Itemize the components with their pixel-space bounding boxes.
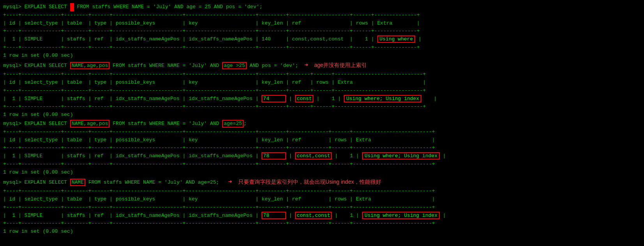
- block4-header: | id | select_type | table | type | poss…: [3, 195, 641, 204]
- block1-divider-top: +----+-------------+--------+------+----…: [3, 11, 641, 19]
- block1-divider-bot: +----+-------------+--------+------+----…: [3, 44, 641, 52]
- block2-extra: Using where; Using index: [344, 95, 421, 102]
- block2-ref: const: [295, 95, 313, 102]
- block2-footer: 1 row in set (0.00 sec): [3, 111, 641, 119]
- block3-extra: Using where; Using index: [362, 152, 440, 160]
- block3-select-highlight: NAME,age,pos: [70, 120, 110, 128]
- block3-age-highlight: age=25: [222, 120, 244, 128]
- block4-row: | 1 | SIMPLE | staffs | ref | idx_staffs…: [3, 212, 641, 220]
- block3-ref: const,const: [295, 152, 332, 160]
- block3-divider-top: +----+-------------+--------+------+----…: [3, 128, 641, 136]
- block3-divider-mid: +----+-------------+--------+------+----…: [3, 144, 641, 152]
- block4-select-highlight: NAME: [70, 179, 85, 186]
- block1-extra-highlight: Using where: [377, 35, 416, 43]
- block2-annotation: age并没有使用上索引: [314, 62, 367, 68]
- block1: mysql> EXPLAIN SELECT * FROM staffs WHER…: [3, 3, 641, 60]
- block3-footer: 1 row in set (0.00 sec): [3, 169, 641, 177]
- block3-header: | id | select_type | table | type | poss…: [3, 136, 641, 144]
- block4-divider-mid: +----+-------------+--------+------+----…: [3, 204, 641, 212]
- block4-keylen: 78: [262, 212, 286, 219]
- block1-footer: 1 row in set (0.00 sec): [3, 52, 641, 60]
- block1-command: mysql> EXPLAIN SELECT * FROM staffs WHER…: [3, 3, 641, 11]
- block2-age-highlight: age >25: [222, 62, 247, 70]
- block1-header: | id | select_type | table | type | poss…: [3, 19, 641, 28]
- block1-row: | 1 | SIMPLE | staffs | ref | idx_staffs…: [3, 35, 641, 44]
- block1-divider-mid: +----+-------------+--------+------+----…: [3, 27, 641, 35]
- block4-ref: const,const: [295, 212, 332, 219]
- terminal: mysql> EXPLAIN SELECT * FROM staffs WHER…: [3, 3, 641, 236]
- block3-row: | 1 | SIMPLE | staffs | ref | idx_staffs…: [3, 152, 641, 160]
- block2-header: | id | select_type | table | type | poss…: [3, 79, 641, 87]
- star-cursor: *: [70, 3, 74, 11]
- block2-divider-mid: +----+-------------+--------+------+----…: [3, 87, 641, 95]
- block3-command: mysql> EXPLAIN SELECT NAME,age,pos FROM …: [3, 120, 641, 128]
- block2-select-highlight: NAME,age,pos: [70, 62, 110, 70]
- block2: mysql> EXPLAIN SELECT NAME,age,pos FROM …: [3, 61, 641, 119]
- block2-command: mysql> EXPLAIN SELECT NAME,age,pos FROM …: [3, 61, 641, 71]
- block2-keylen: 74: [262, 95, 286, 102]
- block3-divider-bot: +----+-------------+--------+------+----…: [3, 160, 641, 169]
- block2-divider-top: +----+-------------+--------+------+----…: [3, 70, 641, 79]
- block2-arrow: ➜: [304, 62, 308, 69]
- block4-footer: 1 row in set (0.00 sec): [3, 228, 641, 236]
- block2-divider-bot: +----+-------------+--------+------+----…: [3, 103, 641, 111]
- block4-extra: Using where; Using index: [362, 212, 440, 219]
- block4-command: mysql> EXPLAIN SELECT NAME FROM staffs W…: [3, 177, 641, 188]
- block4-annotation: 只要查询字段是索引列中，就会出现Using index，性能很好: [238, 179, 381, 185]
- block2-row: | 1 | SIMPLE | staffs | ref | idx_staffs…: [3, 95, 641, 103]
- block3-keylen: 78: [262, 152, 286, 160]
- block3: mysql> EXPLAIN SELECT NAME,age,pos FROM …: [3, 120, 641, 177]
- block4: mysql> EXPLAIN SELECT NAME FROM staffs W…: [3, 177, 641, 236]
- block4-divider-bot: +----+-------------+--------+------+----…: [3, 220, 641, 228]
- block4-divider-top: +----+-------------+--------+------+----…: [3, 187, 641, 195]
- block4-arrow: ➜: [228, 179, 232, 186]
